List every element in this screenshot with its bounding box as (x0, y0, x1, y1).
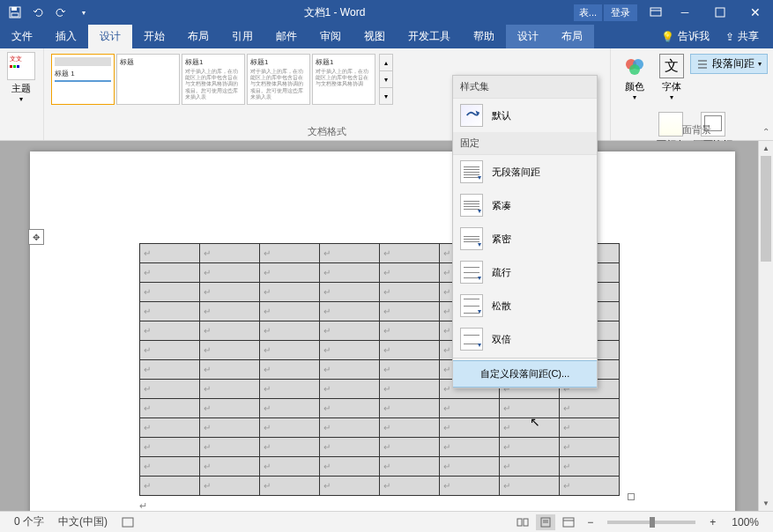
table-cell[interactable]: ↵ (380, 263, 440, 283)
save-button[interactable] (4, 1, 26, 24)
close-button[interactable]: ✕ (738, 1, 773, 24)
login-button[interactable]: 登录 (604, 4, 637, 21)
table-cell[interactable]: ↵ (320, 477, 380, 496)
table-cell[interactable]: ↵ (200, 263, 260, 283)
table-cell[interactable]: ↵ (200, 457, 260, 477)
menu-view[interactable]: 视图 (353, 25, 397, 48)
table-cell[interactable]: ↵ (140, 302, 200, 321)
table-cell[interactable]: ↵ (440, 399, 500, 418)
table-cell[interactable]: ↵ (260, 263, 320, 283)
zoom-level[interactable]: 100% (725, 516, 766, 528)
table-cell[interactable]: ↵ (380, 438, 440, 457)
table-cell[interactable]: ↵ (560, 438, 620, 457)
table-cell[interactable]: ↵ (200, 283, 260, 302)
style-item-2[interactable]: 标题1 对于插入上的库，在功能区上的库中包含旨在与文档整体风格协调的项目。您可使… (182, 54, 245, 105)
table-cell[interactable]: ↵ (200, 477, 260, 496)
table-cell[interactable]: ↵ (260, 321, 320, 341)
menu-start[interactable]: 开始 (132, 25, 176, 48)
page[interactable]: ✥ ↵↵↵↵↵↵↵↵↵↵↵↵↵↵↵↵↵↵↵↵↵↵↵↵↵↵↵↵↵↵↵↵↵↵↵↵↵↵… (30, 151, 735, 511)
table-cell[interactable]: ↵ (140, 360, 200, 380)
share-button[interactable]: ⇪共享 (718, 29, 766, 44)
menu-ctx-design[interactable]: 设计 (506, 25, 550, 48)
table-cell[interactable]: ↵ (200, 360, 260, 380)
table-cell[interactable]: ↵ (380, 341, 440, 360)
redo-button[interactable] (49, 1, 72, 24)
ribbon-options-button[interactable] (644, 1, 667, 24)
table-cell[interactable]: ↵ (260, 399, 320, 418)
zoom-handle[interactable] (650, 517, 655, 528)
table-cell[interactable]: ↵ (320, 438, 380, 457)
fonts-button[interactable]: 文 字体 ▾ (653, 52, 690, 101)
table-cell[interactable]: ↵ (440, 477, 500, 496)
table-cell[interactable]: ↵ (440, 418, 500, 438)
table-cell[interactable]: ↵ (380, 283, 440, 302)
maximize-button[interactable] (702, 1, 738, 24)
zoom-in-button[interactable]: + (704, 516, 721, 528)
dd-item-default[interactable]: 默认 (453, 99, 597, 132)
dd-item-relaxed[interactable]: ▾ 松散 (453, 289, 597, 322)
style-item-1[interactable]: 标题 (116, 54, 180, 105)
table-cell[interactable]: ↵ (140, 438, 200, 457)
dd-item-none[interactable]: ▾ 无段落间距 (453, 155, 597, 188)
table-cell[interactable]: ↵ (200, 399, 260, 418)
dd-item-open[interactable]: ▾ 疏行 (453, 255, 597, 289)
view-read-button[interactable] (513, 514, 532, 530)
table-cell[interactable]: ↵ (260, 341, 320, 360)
style-item-4[interactable]: 标题1 对于插入上的库，在功能区上的库中包含旨在与文档整体风格协调 (312, 54, 375, 105)
scroll-thumb[interactable] (761, 156, 771, 262)
undo-button[interactable] (26, 1, 49, 24)
table-cell[interactable]: ↵ (140, 380, 200, 399)
table-cell[interactable]: ↵ (380, 302, 440, 321)
table-cell[interactable]: ↵ (200, 438, 260, 457)
table-cell[interactable]: ↵ (440, 457, 500, 477)
menu-design[interactable]: 设计 (88, 25, 132, 48)
table-cell[interactable]: ↵ (140, 263, 200, 283)
tell-me[interactable]: 💡告诉我 (652, 29, 718, 44)
dd-item-double[interactable]: ▾ 双倍 (453, 322, 597, 356)
menu-dev[interactable]: 开发工具 (397, 25, 462, 48)
table-cell[interactable]: ↵ (260, 457, 320, 477)
view-web-button[interactable] (559, 514, 578, 530)
table-cell[interactable]: ↵ (320, 380, 380, 399)
table-cell[interactable]: ↵ (500, 477, 560, 496)
dd-item-compact[interactable]: ▾ 紧凑 (453, 188, 597, 222)
gallery-down[interactable]: ▾ (380, 71, 392, 88)
qat-dropdown[interactable]: ▾ (72, 1, 95, 24)
table-cell[interactable]: ↵ (140, 457, 200, 477)
language-status[interactable]: 中文(中国) (51, 514, 115, 529)
table-cell[interactable]: ↵ (320, 302, 380, 321)
menu-ctx-layout[interactable]: 布局 (550, 25, 594, 48)
table-cell[interactable]: ↵ (320, 457, 380, 477)
table-cell[interactable]: ↵ (320, 244, 380, 263)
dd-item-custom[interactable]: 自定义段落间距(C)... (453, 360, 597, 388)
zoom-slider[interactable] (607, 521, 695, 524)
table-cell[interactable]: ↵ (140, 418, 200, 438)
table-cell[interactable]: ↵ (560, 399, 620, 418)
table-cell[interactable]: ↵ (560, 457, 620, 477)
themes-button[interactable]: 文文 主题 ▾ (5, 52, 37, 103)
table-cell[interactable]: ↵ (560, 477, 620, 496)
style-item-3[interactable]: 标题1 对于插入上的库，在功能区上的库中包含旨在与文档整体风格协调的项目。您可使… (247, 54, 310, 105)
menu-help[interactable]: 帮助 (462, 25, 506, 48)
table-cell[interactable]: ↵ (200, 244, 260, 263)
gallery-more[interactable]: ▾ (380, 88, 392, 104)
zoom-out-button[interactable]: − (582, 516, 598, 528)
table-cell[interactable]: ↵ (320, 399, 380, 418)
dd-item-tight[interactable]: ▾ 紧密 (453, 222, 597, 255)
table-cell[interactable]: ↵ (500, 457, 560, 477)
table-cell[interactable]: ↵ (260, 302, 320, 321)
style-gallery[interactable]: 标题 1 标题 标题1 对于插入上的库，在功能区上的库中包含旨在与文档整体风格协… (49, 52, 395, 107)
menu-review[interactable]: 审阅 (308, 25, 353, 48)
table-cell[interactable]: ↵ (380, 457, 440, 477)
table-move-handle[interactable]: ✥ (28, 229, 44, 245)
table-cell[interactable]: ↵ (320, 321, 380, 341)
table-cell[interactable]: ↵ (260, 477, 320, 496)
table-cell[interactable]: ↵ (260, 360, 320, 380)
macro-status[interactable] (115, 517, 141, 528)
table-cell[interactable]: ↵ (260, 244, 320, 263)
menu-reference[interactable]: 引用 (220, 25, 264, 48)
vertical-scrollbar[interactable]: ▲ ▼ (758, 141, 773, 511)
table-cell[interactable]: ↵ (500, 438, 560, 457)
table-cell[interactable]: ↵ (380, 380, 440, 399)
table-cell[interactable]: ↵ (380, 399, 440, 418)
